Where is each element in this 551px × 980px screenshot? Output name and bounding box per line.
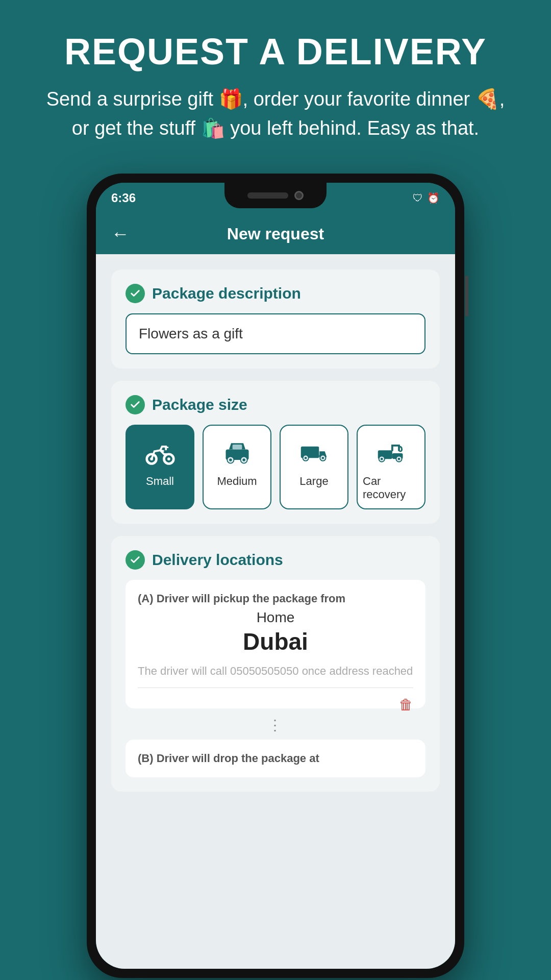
screen-title: New request xyxy=(227,225,324,243)
pickup-prefix: (A) xyxy=(138,592,154,605)
location-note: The driver will call 05050505050 once ad… xyxy=(138,664,413,679)
motorcycle-svg xyxy=(145,437,176,468)
app-content: Package description Package size xyxy=(96,254,455,969)
svg-point-9 xyxy=(242,458,245,461)
location-city: Dubai xyxy=(138,628,413,655)
truck-icon xyxy=(298,436,331,469)
car-icon xyxy=(221,436,254,469)
location-divider xyxy=(138,688,413,688)
pickup-instruction: Driver will pickup the package from xyxy=(157,592,345,605)
check-icon xyxy=(130,288,141,299)
size-btn-car-recovery[interactable]: Car recovery xyxy=(357,425,425,509)
back-button[interactable]: ← xyxy=(111,223,130,244)
svg-point-22 xyxy=(397,458,400,460)
location-name: Home xyxy=(138,609,413,626)
car-recovery-icon xyxy=(375,436,408,469)
svg-point-8 xyxy=(229,458,232,461)
drop-prefix: (B) xyxy=(138,752,154,765)
alarm-icon: ⏰ xyxy=(427,192,440,204)
shield-icon: 🛡 xyxy=(413,192,423,204)
svg-point-20 xyxy=(380,458,383,460)
notch-camera xyxy=(294,191,304,200)
status-bar: 6:36 🛡 ⏰ xyxy=(96,183,455,213)
size-btn-medium[interactable]: Medium xyxy=(203,425,271,509)
size-label-medium: Medium xyxy=(217,475,257,488)
phone-frame: 6:36 🛡 ⏰ ← New request xyxy=(87,174,464,978)
app-header: ← New request xyxy=(96,213,455,254)
check-circle-locations xyxy=(126,550,145,570)
motorcycle-icon xyxy=(144,436,177,469)
check-circle-size xyxy=(126,395,145,414)
truck-svg xyxy=(299,437,330,468)
section-header-locations: Delivery locations xyxy=(126,550,425,570)
section-title-description: Package description xyxy=(152,285,301,302)
check-icon-size xyxy=(130,399,141,410)
notch-speaker xyxy=(247,192,288,199)
svg-rect-10 xyxy=(232,445,242,449)
size-btn-large[interactable]: Large xyxy=(280,425,348,509)
drop-instruction: Driver will drop the package at xyxy=(157,752,319,765)
size-options: Small xyxy=(126,425,425,509)
dots-separator: ⋮ xyxy=(126,717,425,733)
drop-label: (B) Driver will drop the package at xyxy=(138,752,413,765)
delete-location-button[interactable]: 🗑 xyxy=(399,696,413,713)
package-description-input[interactable] xyxy=(126,313,425,354)
check-circle-description xyxy=(126,284,145,303)
page-title: REQUEST A DELIVERY xyxy=(64,31,487,72)
car-recovery-svg xyxy=(376,437,407,468)
notch xyxy=(224,183,327,208)
delivery-locations-section: Delivery locations (A) Driver will picku… xyxy=(111,536,440,792)
pickup-label: (A) Driver will pickup the package from xyxy=(138,592,413,605)
scroll-bar xyxy=(465,276,468,316)
size-btn-small[interactable]: Small xyxy=(126,425,194,509)
svg-point-3 xyxy=(167,457,170,460)
section-title-size: Package size xyxy=(152,396,247,413)
section-title-locations: Delivery locations xyxy=(152,551,283,569)
drop-location-card: (B) Driver will drop the package at xyxy=(126,740,425,777)
check-icon-locations xyxy=(130,554,141,566)
phone-inner: 6:36 🛡 ⏰ ← New request xyxy=(96,183,455,969)
status-time: 6:36 xyxy=(111,191,136,205)
svg-line-4 xyxy=(164,447,168,448)
section-header-description: Package description xyxy=(126,284,425,303)
package-description-section: Package description xyxy=(111,270,440,369)
size-label-small: Small xyxy=(146,475,174,488)
size-label-large: Large xyxy=(299,475,328,488)
svg-point-15 xyxy=(321,457,324,459)
section-header-size: Package size xyxy=(126,395,425,414)
page-subtitle: Send a surprise gift 🎁, order your favor… xyxy=(20,85,531,143)
size-label-car-recovery: Car recovery xyxy=(363,475,419,501)
svg-point-13 xyxy=(304,457,307,459)
package-size-section: Package size xyxy=(111,381,440,524)
car-svg xyxy=(222,437,253,468)
status-icons: 🛡 ⏰ xyxy=(413,192,440,204)
svg-rect-16 xyxy=(319,448,319,455)
pickup-location-card: (A) Driver will pickup the package from … xyxy=(126,580,425,708)
